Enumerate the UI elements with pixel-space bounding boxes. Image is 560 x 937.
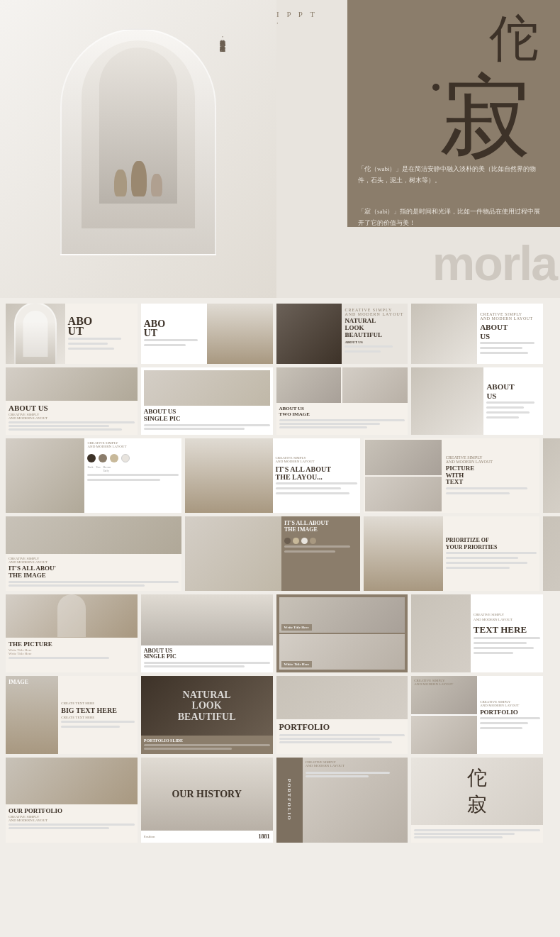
- all-about-layout-title: It's All AboutThe Layou...: [276, 465, 358, 481]
- creative-label-4: Creative SimplyAnd Modern Layout: [87, 441, 178, 448]
- big-text-here-title: Big Text Here: [61, 706, 134, 714]
- prioritize-title: Prioritize OfYour Priorities: [446, 537, 537, 550]
- slide-portfolio-center[interactable]: Portfolio: [276, 676, 408, 754]
- history-year: 1881: [259, 833, 270, 840]
- slide-portfolio-vertical[interactable]: PORTFOLIO Creative SimplyAnd Modern Layo…: [276, 758, 408, 843]
- white-title-here-1: Write Title Here: [281, 624, 312, 631]
- creative-label-5: Creative SimplyAnd Modern Layout: [276, 456, 358, 463]
- creative-label-3: Creative SimplyAnd Modern Layout: [9, 413, 135, 420]
- slide-natural-look[interactable]: Creative SimplyAnd Modern Layout Natural…: [276, 304, 408, 364]
- slide-row-7: Our Portfolio Creative SimplyAnd Modern …: [6, 758, 554, 843]
- slide-about-us-right[interactable]: Creative SimplyAnd Modern Layout ABOUTUS: [411, 304, 543, 364]
- slides-grid: ABOUT ABOUT: [0, 298, 560, 852]
- portfolio-slide-label: Portfolio Slide: [144, 738, 270, 743]
- slide-about-single-pic[interactable]: About UsSingle Pic: [141, 367, 273, 435]
- natural-look-portfolio-title: NaturalLookBeautiful: [178, 689, 236, 722]
- create-text-here-1: Create Text Here: [61, 702, 134, 705]
- slide-text-here[interactable]: Creative SimplyAnd Modern Layout TEXT HE…: [411, 594, 543, 672]
- hero-body-text1: 「佗（wabi）」是在简洁安静中融入淡朴的美（比如自然界的物件，石头，泥土，树木…: [358, 163, 546, 186]
- slide-wabi-sabi[interactable]: 佗寂: [411, 758, 543, 843]
- our-history-title: Our History: [172, 789, 241, 799]
- creative-label-10: Creative SimplyAnd Modern Layout: [474, 612, 540, 622]
- about-title-2: ABOUT: [144, 320, 204, 338]
- slide-all-about-image-brown[interactable]: It's All AboutThe Image: [185, 516, 361, 591]
- slide-image-big-text[interactable]: IMAGE Create Text Here Big Text Here Cre…: [6, 676, 138, 754]
- creative-label-6: Creative SimplyAnd Modern Layout: [446, 455, 537, 464]
- hero-body-text2: 「寂（sabi）」指的是时间和光泽，比如一件物品在使用过程中展开了它的价值与美！: [358, 206, 546, 228]
- slide-row-2: About Us Creative SimplyAnd Modern Layou…: [6, 367, 554, 435]
- fashion-label: Fashion: [144, 835, 155, 838]
- creative-label-14: Creative SimplyAnd Modern Layout: [303, 758, 408, 770]
- portfolio-vertical-label: PORTFOLIO: [286, 779, 292, 821]
- slide-the-picture[interactable]: Creative SimplyAnd Modern Layout The Pic…: [543, 438, 560, 513]
- slide-picture-with-text[interactable]: Creative SimplyAnd Modern Layout Picture…: [364, 438, 539, 513]
- slide-creative-layout-right[interactable]: Creative SimplyAnd Modern Layout: [543, 516, 560, 591]
- creative-label-12: Creative SimplyAnd Modern Layout: [480, 700, 540, 707]
- hero-section: I P P T · 佗 寂 「佗（wabi）」是在简洁安静中融入淡朴的美（比如自…: [0, 0, 560, 298]
- slide-row-5: The Picture Write Title Here Write Title…: [6, 594, 554, 672]
- our-portfolio-title: Our Portfolio: [9, 807, 135, 814]
- create-text-here-2: Create Text Here: [61, 716, 134, 719]
- natural-look-title: NaturalLookBeautiful: [345, 318, 405, 339]
- hero-desc-text: 佗寂风以自然为基础，将生活与禅学艺术于融合: [216, 35, 228, 41]
- about-us-label-1: About Us: [345, 340, 405, 344]
- write-title-2: Write Title Here: [9, 652, 135, 655]
- about-us-title-1: ABOUTUS: [480, 323, 540, 340]
- ippt-label: I P P T ·: [276, 10, 326, 27]
- slide-about-cream[interactable]: About Us Creative SimplyAnd Modern Layou…: [6, 367, 138, 435]
- slide-row-6: IMAGE Create Text Here Big Text Here Cre…: [6, 676, 554, 754]
- brown-color-dots: [284, 538, 357, 544]
- creative-label-11: Creative SimplyAnd Modern Layout: [411, 676, 477, 689]
- the-picture-title-2: The Picture: [9, 641, 135, 648]
- slide-text-tiles[interactable]: Write Title Here White Title Here: [276, 594, 408, 672]
- slide-about-single-pic-2[interactable]: About UsSingle Pic: [141, 594, 273, 672]
- image-label: IMAGE: [9, 679, 28, 685]
- slide-row-3: Creative SimplyAnd Modern Layout DarkTan…: [6, 438, 554, 513]
- creative-label-13: Creative SimplyAnd Modern Layout: [9, 815, 135, 822]
- hero-dot: [432, 84, 439, 91]
- slide-our-history[interactable]: Our History Fashion 1881: [141, 758, 273, 843]
- text-here-title: TEXT HERE: [474, 624, 540, 636]
- about-title-1: ABOUT: [68, 316, 135, 337]
- slide-about-right2[interactable]: ABOUTUS: [411, 367, 543, 435]
- picture-with-text-title: PictureWithText: [446, 465, 537, 487]
- creative-label-2: Creative SimplyAnd Modern Layout: [480, 312, 540, 321]
- about-us-title-3: ABOUTUS: [486, 382, 540, 399]
- slide-all-about-image-left[interactable]: Creative SimplyAnd Modern Layout It's Al…: [6, 516, 181, 591]
- slide-about-two-image[interactable]: About UsTwo Image: [276, 367, 408, 435]
- slide-color-palette[interactable]: Creative SimplyAnd Modern Layout DarkTan…: [6, 438, 181, 513]
- about-us-title-2: About Us: [9, 404, 135, 412]
- about-single-pic-title: About UsSingle Pic: [144, 409, 270, 423]
- slide-all-about-layout[interactable]: Creative SimplyAnd Modern Layout It's Al…: [185, 438, 361, 513]
- about-two-image-title: About UsTwo Image: [279, 406, 405, 418]
- portfolio-title-1: Portfolio: [279, 722, 405, 733]
- color-swatches: [87, 454, 178, 462]
- wabi-sabi-chars: 佗寂: [467, 765, 487, 819]
- slide-row-4: Creative SimplyAnd Modern Layout It's Al…: [6, 516, 554, 591]
- slide-about-arch[interactable]: ABOUT: [6, 304, 138, 364]
- slide-prioritize[interactable]: Prioritize OfYour Priorities: [364, 516, 539, 591]
- all-about-image-left-title: It's All Abou'The Image: [9, 565, 179, 580]
- slide-the-picture-arch[interactable]: The Picture Write Title Here Write Title…: [6, 594, 138, 672]
- hero-arch-background: [0, 0, 276, 298]
- slide-about-small[interactable]: ABOUT: [141, 304, 273, 364]
- white-title-here-2: White Title Here: [281, 661, 313, 667]
- about-single-pic-title-2: About UsSingle Pic: [144, 648, 270, 661]
- slide-row-1: ABOUT ABOUT: [6, 304, 554, 364]
- slide-natural-look-portfolio[interactable]: NaturalLookBeautiful Portfolio Slide: [141, 676, 273, 754]
- portfolio-title-2: PORTFOLIO: [480, 709, 540, 716]
- creative-label-1: Creative SimplyAnd Modern Layout: [345, 308, 405, 316]
- hero-morla: morla: [432, 235, 556, 291]
- all-about-image-brown-title: It's All AboutThe Image: [284, 521, 357, 533]
- slide-our-portfolio[interactable]: Our Portfolio Creative SimplyAnd Modern …: [6, 758, 138, 843]
- color-labels: DarkTanBrownTaffy: [87, 465, 178, 472]
- creative-label-8: Creative SimplyAnd Modern Layout: [9, 557, 179, 564]
- slide-portfolio-two-cols[interactable]: Creative SimplyAnd Modern Layout Creativ…: [411, 676, 543, 754]
